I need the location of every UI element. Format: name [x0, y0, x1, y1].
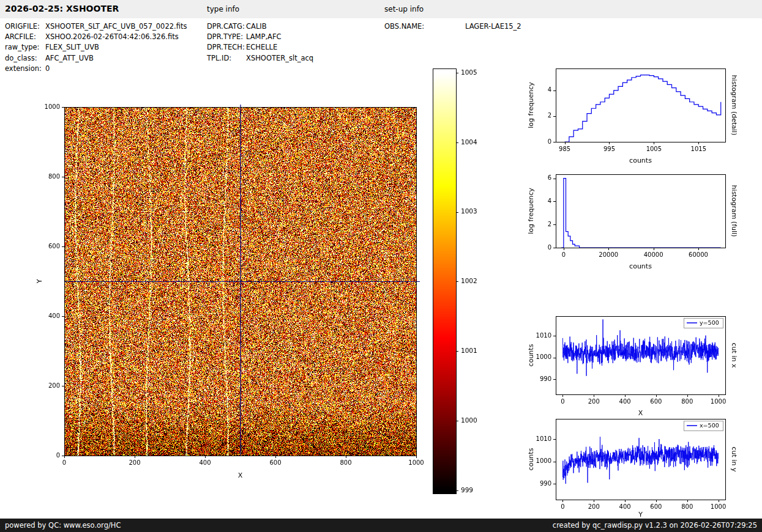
cut-in-y-chart: [514, 410, 762, 532]
raw-frame-image: [18, 91, 435, 512]
meta-value: 0: [45, 64, 50, 73]
meta-row-dprtype: DPR.TYPE: LAMP,AFC: [207, 31, 313, 42]
meta-value: XSHOOTER_SLT_AFC_UVB_057_0022.fits: [45, 22, 187, 31]
meta-value: XSHOO.2026-02-26T04:42:06.326.fits: [45, 32, 179, 41]
footer-bar: powered by QC: www.eso.org/HC created by…: [0, 519, 762, 532]
meta-row-tplid: TPL.ID: XSHOOTER_slt_acq: [207, 53, 313, 63]
meta-label: TPL.ID:: [207, 54, 246, 62]
meta-row-origfile: ORIGFILE: XSHOOTER_SLT_AFC_UVB_057_0022.…: [5, 21, 187, 31]
page-title: 2026-02-25: XSHOOTER: [5, 4, 119, 13]
meta-row-obsname: OBS.NAME: LAGER-LAE15_2: [384, 21, 521, 31]
meta-value: LAMP,AFC: [246, 32, 282, 41]
meta-label: extension:: [5, 64, 45, 73]
qc-report-page: 2026-02-25: XSHOOTER type info set-up in…: [0, 0, 762, 532]
meta-label: DPR.TYPE:: [207, 32, 246, 41]
cut-in-x-chart: [514, 308, 762, 421]
meta-label: ORIGFILE:: [5, 22, 45, 31]
meta-label: ARCFILE:: [5, 32, 45, 41]
header-bar: 2026-02-25: XSHOOTER type info set-up in…: [0, 0, 762, 18]
histogram-detail-chart: [514, 58, 762, 168]
meta-row-dprcatg: DPR.CATG: CALIB: [207, 21, 313, 31]
meta-value: LAGER-LAE15_2: [465, 22, 521, 31]
type-info-heading: type info: [207, 5, 239, 13]
meta-value: CALIB: [246, 22, 267, 31]
meta-row-arcfile: ARCFILE: XSHOO.2026-02-26T04:42:06.326.f…: [5, 31, 187, 42]
footer-creation-text: created by qc_rawdisp.py v1.2.3 on 2026-…: [553, 521, 757, 530]
meta-row-extension: extension: 0: [5, 64, 187, 74]
histogram-full-chart: [514, 164, 762, 274]
meta-label: raw_type:: [5, 43, 45, 51]
meta-label: do_class:: [5, 54, 45, 62]
footer-qc-text: powered by QC: www.eso.org/HC: [5, 521, 121, 530]
meta-row-rawtype: raw_type: FLEX_SLIT_UVB: [5, 42, 187, 53]
meta-value: FLEX_SLIT_UVB: [45, 43, 99, 51]
meta-label: DPR.CATG:: [207, 22, 246, 31]
setup-info-heading: set-up info: [384, 5, 424, 13]
meta-label: DPR.TECH:: [207, 43, 246, 51]
setup-info-block: OBS.NAME: LAGER-LAE15_2: [384, 21, 521, 31]
type-info-block: DPR.CATG: CALIB DPR.TYPE: LAMP,AFC DPR.T…: [207, 21, 313, 64]
meta-row-dprtech: DPR.TECH: ECHELLE: [207, 42, 313, 53]
meta-value: AFC_ATT_UVB: [45, 54, 94, 62]
intensity-colorbar: [425, 61, 487, 501]
meta-value: XSHOOTER_slt_acq: [246, 54, 313, 62]
meta-label: OBS.NAME:: [384, 22, 465, 31]
meta-value: ECHELLE: [246, 43, 277, 51]
file-info-block: ORIGFILE: XSHOOTER_SLT_AFC_UVB_057_0022.…: [5, 21, 187, 74]
meta-row-doclass: do_class: AFC_ATT_UVB: [5, 53, 187, 63]
